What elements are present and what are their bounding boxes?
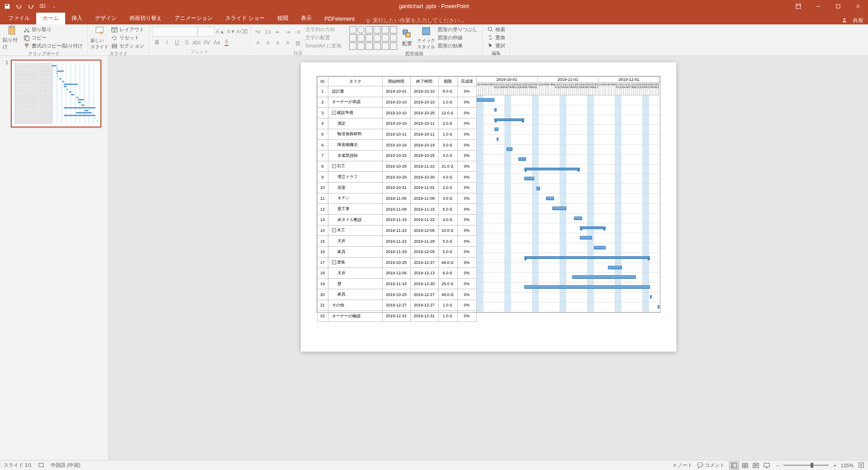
section-button[interactable]: セクション — [109, 42, 146, 50]
tab-review[interactable]: 校閲 — [271, 12, 294, 24]
zoom-out-button[interactable]: − — [776, 463, 779, 468]
share-button[interactable]: 共有 — [853, 17, 863, 24]
ribbon-display-options[interactable] — [788, 0, 808, 13]
svg-rect-20 — [39, 463, 43, 467]
find-button[interactable]: 検索 — [485, 25, 507, 33]
gantt-row — [477, 184, 660, 194]
bold-button[interactable]: B — [152, 38, 162, 47]
font-size-combo[interactable] — [198, 27, 214, 37]
bullets-button[interactable]: •≡ — [253, 27, 263, 37]
normal-view-button[interactable] — [729, 461, 739, 470]
redo-button[interactable] — [25, 1, 36, 11]
gantt-row — [477, 273, 660, 282]
gantt-task-table: ID タスク 開始時間 終了時間 期限 完成度 1設計案2019-10-0120… — [317, 76, 477, 322]
convert-smartart-button[interactable]: SmartArt に変換 — [304, 42, 343, 50]
slide-editor-area[interactable]: ID タスク 開始時間 終了時間 期限 完成度 1設計案2019-10-0120… — [109, 56, 868, 460]
ribbon-group-font: A▲ A▼ A⌫ B I U S abc AV Aa A フォント — [149, 24, 250, 56]
section-icon — [111, 43, 118, 49]
slide-sorter-button[interactable] — [740, 461, 750, 470]
language-indicator[interactable]: 中国語 (中国) — [51, 462, 80, 469]
justify-button[interactable]: ≡ — [283, 38, 293, 48]
layout-button[interactable]: レイアウト — [109, 26, 146, 34]
tab-animations[interactable]: アニメーション — [168, 12, 219, 24]
slide-thumbnail-1[interactable] — [11, 60, 101, 127]
tab-home[interactable]: ホーム — [36, 12, 65, 24]
zoom-slider[interactable] — [783, 465, 829, 466]
slideshow-view-button[interactable] — [762, 461, 772, 470]
undo-button[interactable] — [14, 1, 24, 11]
font-family-combo[interactable] — [152, 27, 197, 37]
sign-in-link[interactable] — [842, 17, 847, 24]
tell-me-search[interactable]: 実行したい作業を入力してください... — [365, 17, 464, 24]
tab-slideshow[interactable]: スライド ショー — [219, 12, 271, 24]
qat-dropdown[interactable] — [49, 1, 60, 11]
shape-outline-button[interactable]: 図形の枠線 — [436, 34, 479, 42]
change-case-button[interactable]: Aa — [212, 38, 222, 47]
increase-font-button[interactable]: A▲ — [215, 27, 225, 37]
align-text-button[interactable]: 文字の配置 — [304, 33, 343, 42]
tab-design[interactable]: デザイン — [89, 12, 123, 24]
numbering-button[interactable]: 1≡ — [263, 27, 273, 37]
decrease-indent-button[interactable]: ⇤ — [273, 27, 283, 37]
reading-view-button[interactable] — [751, 461, 761, 470]
increase-indent-button[interactable]: ⇥ — [283, 27, 293, 37]
tab-pdfelement[interactable]: PDFelement — [318, 14, 361, 24]
start-slideshow-button[interactable] — [37, 1, 48, 11]
italic-button[interactable]: I — [162, 38, 172, 47]
table-row: 13床タイル敷設2019-11-192019-11-224.0 d.0% — [317, 214, 476, 225]
shape-fill-button[interactable]: 図形の塗りつぶし — [436, 26, 479, 34]
fit-to-window-button[interactable] — [858, 462, 864, 469]
align-center-button[interactable]: ≡ — [263, 38, 273, 48]
gantt-bar — [497, 137, 498, 141]
gantt-row — [477, 155, 660, 164]
tab-view[interactable]: 表示 — [294, 12, 318, 24]
underline-button[interactable]: U — [172, 38, 182, 47]
new-slide-button[interactable]: 新しい スライド — [90, 25, 109, 50]
comments-toggle[interactable]: 💬 コメント — [697, 462, 725, 469]
copy-button[interactable]: コピー — [22, 34, 85, 42]
font-color-button[interactable]: A — [222, 38, 232, 47]
minimize-button[interactable] — [808, 0, 828, 13]
text-shadow-button[interactable]: abc — [192, 38, 202, 47]
slide-counter[interactable]: スライド 1/1 — [4, 462, 32, 469]
zoom-percentage[interactable]: 115% — [841, 463, 854, 468]
select-button[interactable]: 選択 — [485, 42, 507, 50]
reset-button[interactable]: リセット — [109, 34, 146, 42]
copy-icon — [24, 35, 30, 41]
save-button[interactable] — [2, 1, 13, 11]
clear-formatting-button[interactable]: A⌫ — [237, 27, 247, 37]
quick-styles-button[interactable]: クイック スタイル — [417, 25, 435, 50]
maximize-button[interactable] — [828, 0, 848, 13]
decrease-font-button[interactable]: A▼ — [226, 27, 236, 37]
zoom-in-button[interactable]: + — [833, 463, 836, 468]
replace-button[interactable]: 置換 — [485, 33, 507, 42]
table-row: 15天井2019-11-222019-11-285.0 d.0% — [317, 236, 476, 247]
columns-button[interactable]: ▥ — [293, 38, 303, 48]
gantt-bar — [594, 246, 606, 249]
gantt-timeline: 2019-10-012019-11-012019-12-01 123456789… — [477, 76, 660, 312]
format-painter-button[interactable]: 書式のコピー/貼り付け — [22, 42, 85, 50]
table-row: 16家具2019-11-292019-12-055.0 d.0% — [317, 246, 476, 257]
shapes-gallery[interactable] — [349, 26, 397, 50]
tab-transitions[interactable]: 画面切り替え — [123, 12, 168, 24]
character-spacing-button[interactable]: AV — [202, 38, 212, 47]
strikethrough-button[interactable]: S — [182, 38, 192, 47]
slide-canvas[interactable]: ID タスク 開始時間 終了時間 期限 完成度 1設計案2019-10-0120… — [301, 62, 676, 352]
align-right-button[interactable]: ≡ — [273, 38, 283, 48]
gantt-bar — [536, 187, 541, 190]
svg-rect-27 — [764, 463, 769, 467]
tab-insert[interactable]: 挿入 — [65, 12, 89, 24]
text-direction-button[interactable]: 文字列の方向 — [304, 25, 343, 33]
notes-toggle[interactable]: ≡ ノート — [673, 462, 692, 469]
shape-effects-button[interactable]: 図形の効果 — [436, 42, 479, 50]
line-spacing-button[interactable]: ↕≡ — [293, 27, 303, 37]
arrange-button[interactable]: 配置 — [398, 25, 416, 50]
cut-button[interactable]: 切り取り — [22, 26, 85, 34]
close-button[interactable] — [848, 0, 868, 13]
table-row: 1設計案2019-10-012019-10-108.0 d.0% — [317, 86, 476, 97]
align-left-button[interactable]: ≡ — [253, 38, 263, 48]
spell-check-icon[interactable] — [38, 462, 44, 469]
gantt-row — [477, 302, 660, 312]
tab-file[interactable]: ファイル — [2, 12, 36, 24]
paste-button[interactable]: 貼り付け — [3, 25, 21, 50]
